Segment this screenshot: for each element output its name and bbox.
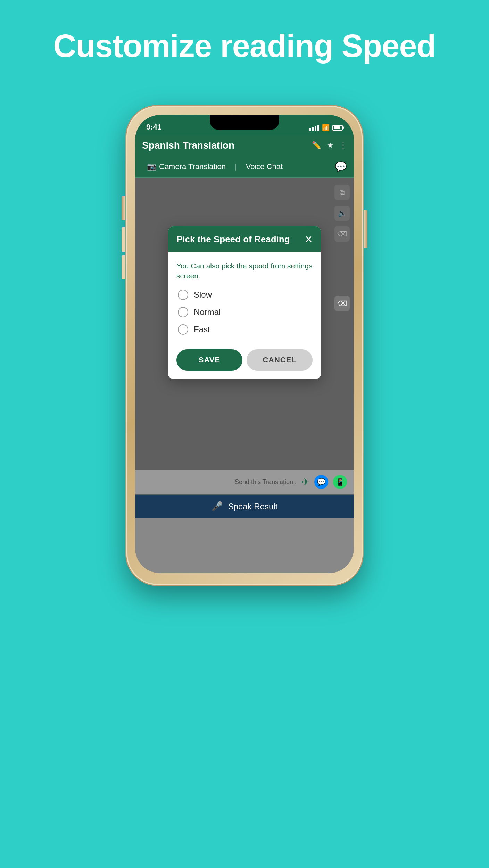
signal-icon: [309, 125, 319, 131]
content-area: ⧉ 🔈 ⌫ Pick the Speed of Reading ✕ You Ca…: [135, 178, 354, 518]
more-vertical-icon[interactable]: ⋮: [339, 141, 347, 150]
messenger-icon[interactable]: 💬: [314, 475, 328, 489]
send-translation-bar: Send this Translation : ✈ 💬 📱: [135, 470, 354, 494]
option-slow[interactable]: Slow: [178, 290, 311, 300]
speed-options: Slow Normal Fast: [176, 290, 313, 335]
phone-shell: 9:41 📶 Spanish Translation ✏️ ★ ⋮: [126, 106, 363, 585]
send-label: Send this Translation :: [235, 478, 297, 486]
voice-chat-label: Voice Chat: [246, 162, 283, 171]
save-button[interactable]: SAVE: [176, 349, 242, 371]
dialog-title: Pick the Speed of Reading: [176, 234, 290, 245]
label-fast: Fast: [194, 325, 210, 334]
radio-fast[interactable]: [178, 324, 188, 335]
star-icon[interactable]: ★: [327, 141, 334, 150]
speak-result-bar[interactable]: 🎤 Speak Result: [135, 495, 354, 518]
chat-bubble-icon[interactable]: 💬: [335, 161, 347, 173]
tab-divider: |: [235, 162, 237, 171]
label-normal: Normal: [194, 307, 221, 317]
eraser-icon[interactable]: ✏️: [312, 141, 321, 150]
dialog-close-button[interactable]: ✕: [305, 235, 313, 244]
option-normal[interactable]: Normal: [178, 307, 311, 317]
app-header: Spanish Translation ✏️ ★ ⋮: [135, 135, 354, 156]
header-icons: ✏️ ★ ⋮: [312, 141, 347, 150]
whatsapp-icon[interactable]: 📱: [333, 475, 347, 489]
phone-notch: [210, 115, 279, 130]
dialog-overlay: Pick the Speed of Reading ✕ You Can also…: [135, 178, 354, 518]
status-icons: 📶: [309, 124, 343, 132]
radio-normal[interactable]: [178, 307, 188, 317]
send-icon[interactable]: ✈: [301, 476, 309, 488]
phone-screen: 9:41 📶 Spanish Translation ✏️ ★ ⋮: [135, 115, 354, 573]
tab-bar: 📷 Camera Translation | Voice Chat 💬: [135, 156, 354, 178]
speak-result-label: Speak Result: [228, 502, 278, 511]
page-title: Customize reading Speed: [53, 28, 436, 64]
tab-voice-chat[interactable]: Voice Chat: [241, 159, 288, 174]
camera-icon: 📷: [147, 162, 156, 171]
dialog-body: You Can also pick the speed from setting…: [168, 252, 321, 344]
camera-translation-label: Camera Translation: [159, 162, 226, 171]
speed-dialog: Pick the Speed of Reading ✕ You Can also…: [168, 226, 321, 379]
radio-slow[interactable]: [178, 290, 188, 300]
battery-icon: [332, 125, 343, 131]
wifi-icon: 📶: [322, 124, 330, 132]
dialog-description: You Can also pick the speed from setting…: [176, 261, 313, 281]
tab-camera-translation[interactable]: 📷 Camera Translation: [142, 159, 231, 174]
cancel-button[interactable]: CANCEL: [247, 349, 313, 371]
mic-icon: 🎤: [212, 501, 223, 512]
lower-eraser-icon[interactable]: ⌫: [334, 296, 350, 311]
option-fast[interactable]: Fast: [178, 324, 311, 335]
app-title: Spanish Translation: [142, 140, 234, 151]
dialog-header: Pick the Speed of Reading ✕: [168, 226, 321, 252]
dialog-actions: SAVE CANCEL: [168, 344, 321, 379]
messenger-symbol: 💬: [317, 478, 326, 486]
whatsapp-symbol: 📱: [336, 478, 345, 486]
label-slow: Slow: [194, 290, 212, 300]
status-time: 9:41: [146, 123, 161, 132]
